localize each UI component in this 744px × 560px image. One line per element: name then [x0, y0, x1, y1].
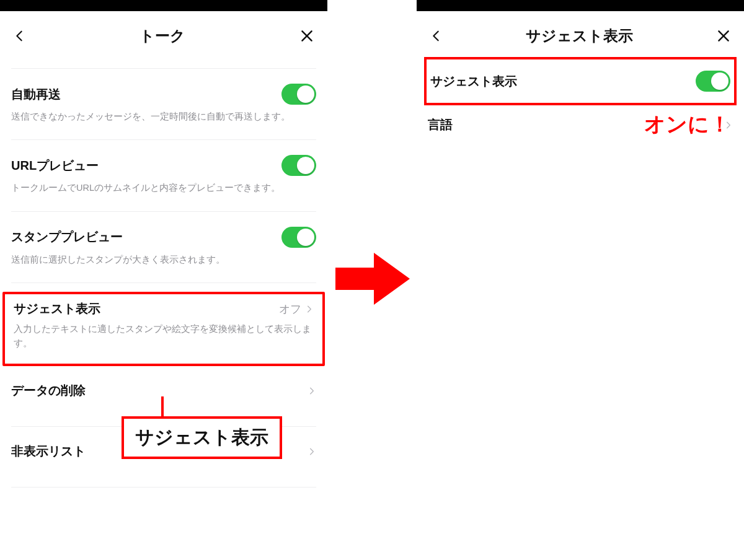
- toggle-suggest[interactable]: [696, 71, 730, 92]
- status-bar-notch: [417, 0, 744, 11]
- row-desc: 入力したテキストに適したスタンプや絵文字を変換候補として表示します。: [14, 322, 314, 350]
- page-title: トーク: [140, 26, 185, 46]
- row-title: サジェスト表示: [14, 300, 100, 317]
- row-suggest-toggle: サジェスト表示: [430, 59, 730, 103]
- highlight-suggest-toggle: サジェスト表示: [424, 57, 737, 105]
- row-title: スタンププレビュー: [11, 229, 123, 245]
- page-title: サジェスト表示: [526, 26, 633, 46]
- close-icon[interactable]: [715, 28, 732, 44]
- toggle-url-preview[interactable]: [281, 155, 316, 176]
- back-icon[interactable]: [12, 29, 26, 43]
- callout-label: サジェスト表示: [122, 416, 282, 459]
- row-stamp-preview: スタンププレビュー 送信前に選択したスタンプが大きく表示されます。: [11, 212, 316, 271]
- chevron-right-icon: [308, 447, 316, 456]
- row-title: サジェスト表示: [430, 73, 517, 90]
- highlight-suggest-row: サジェスト表示 オフ 入力したテキストに適したスタンプや絵文字を変換候補として表…: [2, 292, 325, 366]
- callout-connector: [161, 396, 164, 418]
- status-bar-notch: [0, 0, 327, 11]
- divider: [11, 282, 316, 283]
- row-title: 言語: [428, 116, 453, 133]
- row-auto-resend: 自動再送 送信できなかったメッセージを、一定時間後に自動で再送します。: [11, 69, 316, 128]
- row-title: データの削除: [11, 382, 86, 399]
- toggle-stamp-preview[interactable]: [281, 227, 316, 248]
- row-title: 非表示リスト: [11, 443, 86, 460]
- row-desc: トークルームでURLのサムネイルと内容をプレビューできます。: [11, 181, 316, 195]
- arrow-icon: [335, 253, 410, 305]
- toggle-auto-resend[interactable]: [281, 84, 316, 105]
- left-phone: トーク 自動再送 送信できなかったメッセージを、一定時間後に自動で再送します。 …: [0, 0, 327, 560]
- row-value: オフ: [279, 302, 301, 317]
- right-phone: サジェスト表示 サジェスト表示 言語 オンに！: [417, 0, 744, 560]
- divider: [11, 487, 316, 488]
- annotation-text: オンに！: [644, 110, 730, 139]
- row-title: URLプレビュー: [11, 157, 99, 174]
- chevron-right-icon: [305, 305, 314, 313]
- back-icon[interactable]: [429, 29, 443, 43]
- row-desc: 送信前に選択したスタンプが大きく表示されます。: [11, 253, 316, 266]
- chevron-right-icon: [308, 387, 316, 395]
- row-suggest[interactable]: サジェスト表示 オフ 入力したテキストに適したスタンプや絵文字を変換候補として表…: [14, 300, 314, 355]
- svg-marker-2: [335, 253, 410, 305]
- row-desc: 送信できなかったメッセージを、一定時間後に自動で再送します。: [11, 110, 316, 123]
- row-delete-data[interactable]: データの削除: [11, 366, 316, 415]
- row-url-preview: URLプレビュー トークルームでURLのサムネイルと内容をプレビューできます。: [11, 140, 316, 199]
- row-title: 自動再送: [11, 86, 61, 103]
- close-icon[interactable]: [299, 28, 315, 44]
